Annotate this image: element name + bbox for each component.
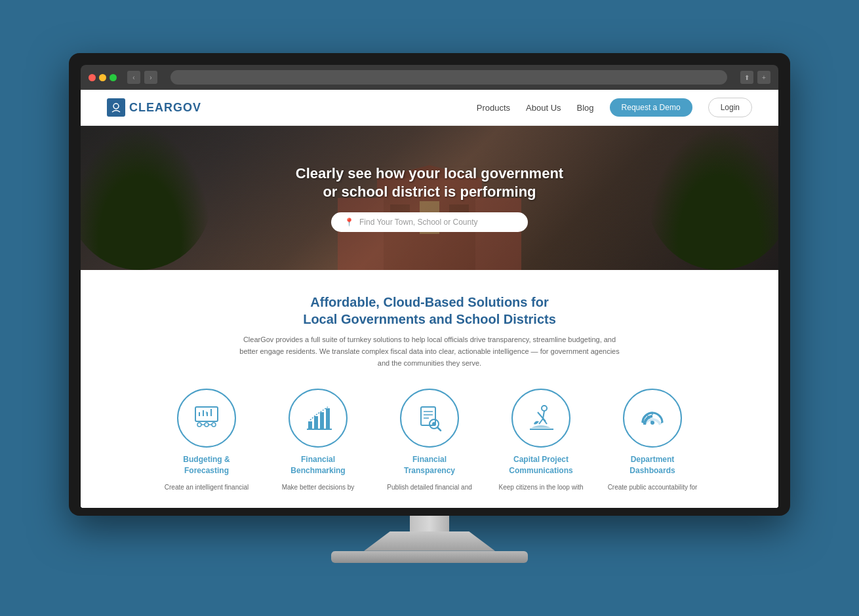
capital-icon-circle: [511, 389, 570, 448]
svg-line-33: [539, 419, 543, 424]
features-subtitle: ClearGov provides a full suite of turnke…: [239, 334, 620, 369]
transparency-label: FinancialTransparency: [404, 454, 455, 476]
budgeting-desc: Create an intelligent financial: [165, 483, 249, 492]
svg-line-40: [660, 416, 661, 417]
location-icon: 📍: [344, 218, 354, 227]
svg-point-15: [212, 423, 216, 427]
dashboards-label: DepartmentDashboards: [629, 454, 675, 476]
website-content: CLEARGOV Products About Us Blog Request …: [81, 90, 778, 507]
traffic-lights: [89, 74, 117, 81]
capital-desc: Keep citizens in the loop with: [499, 483, 584, 492]
feature-transparency: FinancialTransparency Publish detailed f…: [380, 389, 479, 492]
logo: CLEARGOV: [107, 98, 201, 117]
svg-text:$: $: [206, 411, 208, 415]
hero-section: Clearly see how your local government or…: [81, 126, 778, 270]
login-button[interactable]: Login: [708, 98, 752, 117]
benchmarking-icon-circle: [289, 389, 348, 448]
svg-point-31: [542, 406, 547, 411]
close-button[interactable]: [89, 74, 96, 81]
capital-icon: [525, 402, 557, 434]
feature-dashboards: DepartmentDashboards Create public accou…: [603, 389, 702, 492]
features-grid: $ Budgeting &Forecasting Create an intel…: [107, 389, 752, 492]
hero-search-placeholder: Find Your Town, School or County: [359, 218, 478, 227]
browser-navigation: ‹ ›: [127, 71, 157, 84]
svg-point-14: [205, 423, 209, 427]
nav-links: Products About Us Blog Request a Demo Lo…: [477, 98, 752, 117]
svg-rect-20: [314, 416, 318, 429]
budgeting-icon-circle: $: [177, 389, 236, 448]
svg-point-13: [197, 423, 201, 427]
request-demo-button[interactable]: Request a Demo: [610, 98, 692, 117]
back-button[interactable]: ‹: [127, 71, 140, 84]
feature-capital: Capital ProjectCommunications Keep citiz…: [492, 389, 590, 492]
svg-point-29: [432, 422, 436, 426]
hero-title: Clearly see how your local government or…: [296, 164, 563, 202]
monitor: ‹ › ⬆ + CLEARGOV: [69, 53, 790, 562]
logo-icon: [107, 98, 125, 117]
monitor-stand: [364, 531, 495, 551]
monitor-neck: [410, 516, 449, 531]
svg-rect-21: [320, 412, 324, 429]
add-tab-icon[interactable]: +: [757, 71, 770, 84]
svg-line-38: [645, 416, 646, 417]
maximize-button[interactable]: [110, 74, 117, 81]
dashboards-icon: [636, 402, 669, 434]
budgeting-icon: $: [190, 402, 223, 434]
hero-search-bar[interactable]: 📍 Find Your Town, School or County: [331, 212, 528, 232]
hero-content: Clearly see how your local government or…: [283, 164, 576, 232]
navbar: CLEARGOV Products About Us Blog Request …: [81, 90, 778, 126]
address-bar[interactable]: [170, 70, 727, 85]
nav-products[interactable]: Products: [477, 103, 510, 113]
nav-about[interactable]: About Us: [526, 103, 561, 113]
browser-bar: ‹ › ⬆ +: [81, 65, 778, 90]
benchmarking-label: FinancialBenchmarking: [290, 454, 345, 476]
svg-point-0: [113, 104, 119, 109]
features-title: Affordable, Cloud-Based Solutions for Lo…: [107, 294, 752, 328]
transparency-icon: [413, 402, 446, 434]
feature-budgeting: $ Budgeting &Forecasting Create an intel…: [157, 389, 256, 492]
share-icon[interactable]: ⬆: [740, 71, 753, 84]
nav-blog[interactable]: Blog: [577, 103, 594, 113]
logo-text: CLEARGOV: [129, 101, 201, 115]
monitor-base: [331, 551, 528, 563]
svg-rect-22: [326, 408, 330, 429]
forward-button[interactable]: ›: [144, 71, 157, 84]
transparency-icon-circle: [400, 389, 459, 448]
browser-actions: ⬆ +: [740, 71, 770, 84]
capital-label: Capital ProjectCommunications: [509, 454, 572, 476]
svg-point-43: [650, 421, 654, 425]
dashboards-icon-circle: [623, 389, 682, 448]
benchmarking-icon: [302, 402, 334, 434]
budgeting-label: Budgeting &Forecasting: [183, 454, 230, 476]
monitor-shell: ‹ › ⬆ + CLEARGOV: [69, 53, 790, 515]
minimize-button[interactable]: [99, 74, 106, 81]
svg-line-30: [437, 427, 441, 431]
transparency-desc: Publish detailed financial and: [387, 483, 472, 492]
benchmarking-desc: Make better decisions by: [282, 483, 355, 492]
feature-benchmarking: FinancialBenchmarking Make better decisi…: [269, 389, 367, 492]
features-section: Affordable, Cloud-Based Solutions for Lo…: [81, 270, 778, 507]
dashboards-desc: Create public accountability for: [608, 483, 698, 492]
svg-rect-19: [308, 421, 312, 429]
